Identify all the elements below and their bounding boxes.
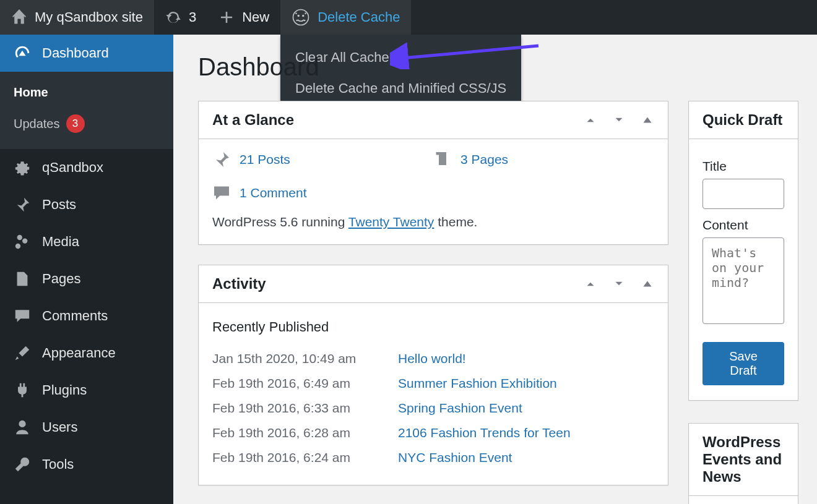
triangle-up-icon[interactable] bbox=[641, 277, 654, 291]
media-icon bbox=[14, 233, 31, 250]
save-draft-button[interactable]: Save Draft bbox=[702, 342, 784, 385]
sidebar-label: Dashboard bbox=[42, 45, 109, 61]
sidebar-label: Tools bbox=[42, 456, 74, 472]
sidebar-label: qSandbox bbox=[42, 160, 103, 176]
updates-badge: 3 bbox=[66, 114, 85, 133]
activity-date: Feb 19th 2016, 6:49 am bbox=[212, 376, 373, 391]
activity-date: Feb 19th 2016, 6:33 am bbox=[212, 401, 373, 416]
chevron-down-icon[interactable] bbox=[612, 277, 626, 291]
new-content-link[interactable]: New bbox=[207, 0, 280, 35]
sidebar-item-plugins[interactable]: Plugins bbox=[0, 372, 173, 409]
activity-date: Jan 15th 2020, 10:49 am bbox=[212, 351, 373, 366]
activity-row: Jan 15th 2020, 10:49 am Hello world! bbox=[212, 346, 654, 371]
page-title: Dashboard bbox=[198, 53, 798, 81]
sidebar-label: Posts bbox=[42, 197, 76, 213]
quick-draft-title: Quick Draft bbox=[702, 111, 782, 129]
sidebar-item-qsandbox[interactable]: qSandbox bbox=[0, 149, 173, 186]
sidebar-item-comments[interactable]: Comments bbox=[0, 297, 173, 335]
admin-bar: My qSandbox site 3 New Delete Cache bbox=[0, 0, 817, 35]
activity-post-link[interactable]: 2106 Fashion Trends for Teen bbox=[398, 425, 571, 440]
plug-icon bbox=[14, 382, 31, 399]
wp-events-title: WordPress Events and News bbox=[702, 434, 784, 485]
cheetah-icon bbox=[292, 8, 310, 27]
theme-link[interactable]: Twenty Twenty bbox=[348, 215, 434, 229]
svg-point-2 bbox=[302, 15, 305, 17]
pin-icon bbox=[14, 196, 31, 213]
page-icon bbox=[433, 150, 452, 169]
sidebar-sub-updates[interactable]: Updates 3 bbox=[0, 107, 173, 140]
sidebar-item-posts[interactable]: Posts bbox=[0, 186, 173, 223]
new-label: New bbox=[242, 9, 269, 25]
svg-point-6 bbox=[304, 20, 306, 22]
sidebar-item-tools[interactable]: Tools bbox=[0, 446, 173, 483]
svg-point-4 bbox=[305, 13, 306, 15]
glance-posts-link[interactable]: 21 Posts bbox=[240, 152, 290, 167]
svg-point-5 bbox=[296, 20, 298, 22]
plus-icon bbox=[218, 9, 235, 25]
home-icon bbox=[11, 9, 27, 25]
svg-point-1 bbox=[298, 15, 300, 17]
glance-comments-link[interactable]: 1 Comment bbox=[240, 186, 307, 200]
activity-post-link[interactable]: Spring Fashion Event bbox=[398, 401, 522, 416]
activity-title: Activity bbox=[212, 275, 266, 293]
comment-icon bbox=[14, 307, 31, 325]
quick-draft-box: Quick Draft Title Content Save Draft bbox=[688, 101, 798, 401]
sidebar-item-pages[interactable]: Pages bbox=[0, 260, 173, 297]
gear-icon bbox=[14, 159, 31, 176]
activity-date: Feb 19th 2016, 6:24 am bbox=[212, 450, 373, 465]
dashboard-submenu: Home Updates 3 bbox=[0, 72, 173, 149]
svg-point-0 bbox=[293, 10, 309, 25]
at-a-glance-title: At a Glance bbox=[212, 111, 294, 129]
sidebar-item-users[interactable]: Users bbox=[0, 409, 173, 446]
delete-cache-label: Delete Cache bbox=[318, 9, 400, 25]
updates-count: 3 bbox=[189, 9, 196, 25]
theme-suffix: theme. bbox=[434, 215, 477, 229]
refresh-icon bbox=[165, 9, 181, 25]
svg-point-3 bbox=[295, 13, 297, 15]
pin-icon bbox=[212, 150, 231, 169]
chevron-up-icon[interactable] bbox=[584, 277, 597, 291]
updates-link[interactable]: 3 bbox=[154, 0, 207, 35]
brush-icon bbox=[14, 344, 31, 362]
admin-sidebar: Dashboard Home Updates 3 qSandbox Posts … bbox=[0, 35, 173, 504]
draft-content-textarea[interactable] bbox=[702, 237, 784, 324]
recently-published-heading: Recently Published bbox=[212, 319, 654, 335]
site-home-link[interactable]: My qSandbox site bbox=[0, 0, 154, 35]
sidebar-item-dashboard[interactable]: Dashboard bbox=[0, 35, 173, 72]
glance-posts[interactable]: 21 Posts bbox=[212, 150, 433, 169]
dashboard-icon bbox=[14, 45, 31, 62]
activity-box: Activity Recently Published Jan 15th 202… bbox=[198, 265, 668, 485]
at-a-glance-box: At a Glance 21 Posts bbox=[198, 101, 668, 245]
theme-info: WordPress 5.6 running Twenty Twenty them… bbox=[212, 215, 654, 229]
chevron-up-icon[interactable] bbox=[584, 113, 597, 127]
activity-row: Feb 19th 2016, 6:33 am Spring Fashion Ev… bbox=[212, 396, 654, 421]
theme-prefix: WordPress 5.6 running bbox=[212, 215, 348, 229]
sidebar-label: Appearance bbox=[42, 345, 116, 361]
sidebar-label: Comments bbox=[42, 308, 108, 324]
site-name: My qSandbox site bbox=[35, 9, 143, 25]
page-icon bbox=[14, 270, 31, 288]
sidebar-label: Pages bbox=[42, 271, 80, 287]
sidebar-item-appearance[interactable]: Appearance bbox=[0, 335, 173, 372]
sidebar-item-media[interactable]: Media bbox=[0, 223, 173, 260]
activity-post-link[interactable]: Hello world! bbox=[398, 351, 466, 366]
delete-cache-menu[interactable]: Delete Cache bbox=[280, 0, 411, 35]
activity-row: Feb 19th 2016, 6:24 am NYC Fashion Event bbox=[212, 445, 654, 470]
activity-post-link[interactable]: Summer Fashion Exhibition bbox=[398, 376, 557, 391]
sidebar-label: Media bbox=[42, 234, 79, 250]
title-label: Title bbox=[702, 159, 784, 174]
activity-date: Feb 19th 2016, 6:28 am bbox=[212, 425, 373, 440]
sidebar-label: Plugins bbox=[42, 382, 87, 398]
draft-title-input[interactable] bbox=[702, 179, 784, 209]
triangle-up-icon[interactable] bbox=[641, 113, 654, 127]
glance-comments[interactable]: 1 Comment bbox=[212, 184, 654, 202]
activity-row: Feb 19th 2016, 6:28 am 2106 Fashion Tren… bbox=[212, 421, 654, 445]
activity-post-link[interactable]: NYC Fashion Event bbox=[398, 450, 512, 465]
wp-events-box: WordPress Events and News Attend an upco… bbox=[688, 423, 798, 504]
glance-pages-link[interactable]: 3 Pages bbox=[460, 152, 508, 167]
glance-pages[interactable]: 3 Pages bbox=[433, 150, 654, 169]
comment-icon bbox=[212, 184, 231, 202]
content-label: Content bbox=[702, 218, 784, 233]
chevron-down-icon[interactable] bbox=[612, 113, 626, 127]
sidebar-sub-home[interactable]: Home bbox=[0, 78, 173, 107]
